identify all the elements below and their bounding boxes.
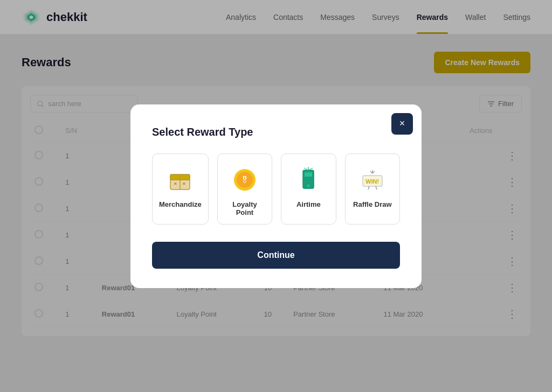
continue-button[interactable]: Continue: [152, 242, 400, 269]
svg-text:✕: ✕: [174, 181, 177, 186]
reward-card-raffle[interactable]: WIN! 🏆 Raffle Draw: [345, 153, 400, 225]
merchandize-icon: ✕ ✕: [165, 165, 195, 195]
select-reward-type-modal: × Select Reward Type ✕ ✕ Merchandize: [130, 104, 422, 288]
svg-line-31: [376, 186, 377, 190]
svg-text:🎖: 🎖: [240, 176, 249, 185]
modal-close-button[interactable]: ×: [391, 113, 413, 135]
reward-card-merchandize[interactable]: ✕ ✕ Merchandize: [152, 153, 209, 225]
loyalty-label: Loyalty Point: [224, 200, 265, 216]
merchandize-label: Merchandize: [159, 200, 202, 208]
airtime-icon: [293, 165, 323, 195]
svg-text:WIN!: WIN!: [365, 178, 379, 185]
modal-title: Select Reward Type: [152, 126, 400, 138]
airtime-label: Airtime: [296, 200, 321, 208]
svg-rect-19: [305, 172, 312, 177]
reward-card-airtime[interactable]: Airtime: [281, 153, 336, 225]
svg-line-30: [368, 186, 369, 190]
loyalty-icon: 🎖: [230, 165, 260, 195]
svg-point-20: [307, 185, 309, 187]
svg-text:✕: ✕: [182, 181, 186, 186]
raffle-label: Raffle Draw: [353, 200, 392, 208]
reward-card-loyalty[interactable]: 🎖 Loyalty Point: [217, 153, 272, 225]
raffle-icon: WIN! 🏆: [357, 165, 388, 195]
modal-overlay[interactable]: × Select Reward Type ✕ ✕ Merchandize: [0, 0, 552, 392]
reward-type-list: ✕ ✕ Merchandize 🎖 Loyalty Point: [152, 153, 400, 225]
